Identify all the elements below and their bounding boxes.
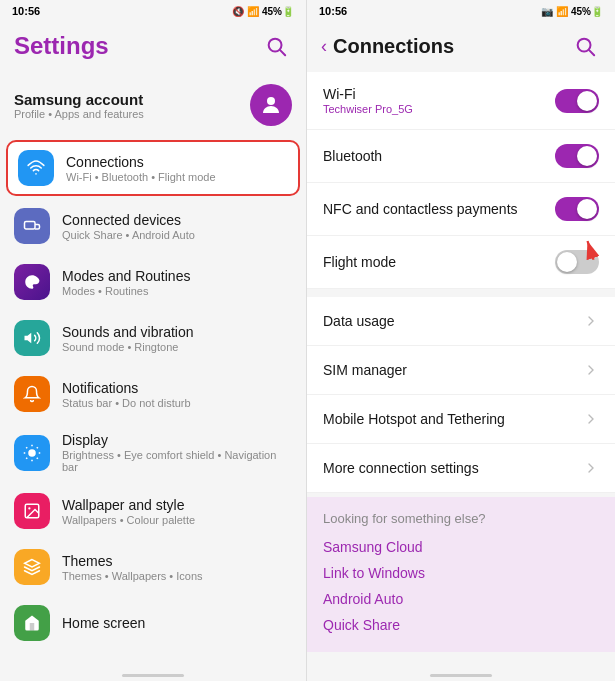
back-button[interactable]: ‹ xyxy=(321,36,327,57)
battery-left: 45%🔋 xyxy=(262,6,294,17)
wifi-toggle[interactable] xyxy=(555,89,599,113)
settings-item-modes[interactable]: Modes and Routines Modes • Routines xyxy=(0,254,306,310)
svg-line-11 xyxy=(26,457,27,458)
wifi-left: Wi-Fi Techwiser Pro_5G xyxy=(323,86,413,115)
wifi-subtitle: Techwiser Pro_5G xyxy=(323,103,413,115)
notifications-icon xyxy=(14,376,50,412)
signal-icon: 📶 xyxy=(247,6,259,17)
connections-title: Connections xyxy=(66,154,216,170)
nfc-toggle[interactable] xyxy=(555,197,599,221)
bluetooth-left: Bluetooth xyxy=(323,148,382,164)
sounds-icon xyxy=(14,320,50,356)
connected-devices-subtitle: Quick Share • Android Auto xyxy=(62,229,195,241)
right-search-button[interactable] xyxy=(569,30,601,62)
settings-item-home[interactable]: Home screen xyxy=(0,595,306,651)
right-signal-icon: 📶 xyxy=(556,6,568,17)
flight-mode-item[interactable]: Flight mode xyxy=(307,236,615,289)
nfc-title: NFC and contactless payments xyxy=(323,201,518,217)
more-connection-item[interactable]: More connection settings xyxy=(307,444,615,493)
nfc-item[interactable]: NFC and contactless payments xyxy=(307,183,615,236)
wallpaper-subtitle: Wallpapers • Colour palette xyxy=(62,514,195,526)
samsung-cloud-link[interactable]: Samsung Cloud xyxy=(323,534,599,560)
notifications-text: Notifications Status bar • Do not distur… xyxy=(62,380,191,409)
samsung-account-subtitle: Profile • Apps and features xyxy=(14,108,144,120)
display-title: Display xyxy=(62,432,292,448)
more-connection-title: More connection settings xyxy=(323,460,479,476)
svg-rect-3 xyxy=(25,222,36,230)
right-header-left: ‹ Connections xyxy=(321,35,454,58)
right-battery: 45%🔋 xyxy=(571,6,603,17)
quick-share-link[interactable]: Quick Share xyxy=(323,612,599,638)
svg-line-12 xyxy=(37,447,38,448)
bluetooth-title: Bluetooth xyxy=(323,148,382,164)
settings-item-notifications[interactable]: Notifications Status bar • Do not distur… xyxy=(0,366,306,422)
left-time: 10:56 xyxy=(12,5,40,17)
left-header: Settings xyxy=(0,22,306,72)
settings-item-display[interactable]: Display Brightness • Eye comfort shield … xyxy=(0,422,306,483)
flight-mode-container: Flight mode xyxy=(307,236,615,289)
camera-icon: 📷 xyxy=(541,6,553,17)
settings-item-sounds[interactable]: Sounds and vibration Sound mode • Ringto… xyxy=(0,310,306,366)
sounds-title: Sounds and vibration xyxy=(62,324,194,340)
connections-text: Connections Wi-Fi • Bluetooth • Flight m… xyxy=(66,154,216,183)
settings-list: Connections Wi-Fi • Bluetooth • Flight m… xyxy=(0,138,306,670)
svg-point-14 xyxy=(28,507,30,509)
settings-item-connections[interactable]: Connections Wi-Fi • Bluetooth • Flight m… xyxy=(6,140,300,196)
home-title: Home screen xyxy=(62,615,145,631)
data-usage-item[interactable]: Data usage xyxy=(307,297,615,346)
data-usage-title: Data usage xyxy=(323,313,395,329)
wallpaper-title: Wallpaper and style xyxy=(62,497,195,513)
samsung-account-item[interactable]: Samsung account Profile • Apps and featu… xyxy=(0,72,306,138)
wifi-title: Wi-Fi xyxy=(323,86,413,102)
svg-line-1 xyxy=(280,50,285,55)
home-text: Home screen xyxy=(62,615,145,631)
left-status-icons: 🔇 📶 45%🔋 xyxy=(232,6,294,17)
connections-page-title: Connections xyxy=(333,35,454,58)
left-search-button[interactable] xyxy=(260,30,292,62)
left-status-bar: 10:56 🔇 📶 45%🔋 xyxy=(0,0,306,22)
connections-subtitle: Wi-Fi • Bluetooth • Flight mode xyxy=(66,171,216,183)
wallpaper-icon xyxy=(14,493,50,529)
right-status-bar: 10:56 📷 📶 45%🔋 xyxy=(307,0,615,22)
samsung-account-left: Samsung account Profile • Apps and featu… xyxy=(14,91,144,120)
settings-item-themes[interactable]: Themes Themes • Wallpapers • Icons xyxy=(0,539,306,595)
sim-manager-title: SIM manager xyxy=(323,362,407,378)
display-icon xyxy=(14,435,50,471)
left-scrollbar[interactable] xyxy=(122,674,183,677)
sim-manager-item[interactable]: SIM manager xyxy=(307,346,615,395)
svg-line-16 xyxy=(589,50,594,55)
settings-item-connected-devices[interactable]: Connected devices Quick Share • Android … xyxy=(0,198,306,254)
mobile-hotspot-item[interactable]: Mobile Hotspot and Tethering xyxy=(307,395,615,444)
right-header: ‹ Connections xyxy=(307,22,615,72)
wallpaper-text: Wallpaper and style Wallpapers • Colour … xyxy=(62,497,195,526)
flight-mode-left: Flight mode xyxy=(323,254,396,270)
flight-mode-toggle[interactable] xyxy=(555,250,599,274)
themes-text: Themes Themes • Wallpapers • Icons xyxy=(62,553,203,582)
sounds-subtitle: Sound mode • Ringtone xyxy=(62,341,194,353)
mute-icon: 🔇 xyxy=(232,6,244,17)
conn-separator-1 xyxy=(307,289,615,297)
connected-devices-icon xyxy=(14,208,50,244)
bluetooth-toggle[interactable] xyxy=(555,144,599,168)
bluetooth-item[interactable]: Bluetooth xyxy=(307,130,615,183)
settings-item-wallpaper[interactable]: Wallpaper and style Wallpapers • Colour … xyxy=(0,483,306,539)
home-icon xyxy=(14,605,50,641)
display-text: Display Brightness • Eye comfort shield … xyxy=(62,432,292,473)
themes-subtitle: Themes • Wallpapers • Icons xyxy=(62,570,203,582)
link-to-windows-link[interactable]: Link to Windows xyxy=(323,560,599,586)
flight-mode-title: Flight mode xyxy=(323,254,396,270)
notifications-title: Notifications xyxy=(62,380,191,396)
connections-list: Wi-Fi Techwiser Pro_5G Bluetooth NFC and… xyxy=(307,72,615,670)
modes-icon xyxy=(14,264,50,300)
android-auto-link[interactable]: Android Auto xyxy=(323,586,599,612)
wifi-item[interactable]: Wi-Fi Techwiser Pro_5G xyxy=(307,72,615,130)
right-status-icons: 📷 📶 45%🔋 xyxy=(541,6,603,17)
connections-icon xyxy=(18,150,54,186)
mobile-hotspot-title: Mobile Hotspot and Tethering xyxy=(323,411,505,427)
wifi-toggle-thumb xyxy=(577,91,597,111)
bluetooth-toggle-thumb xyxy=(577,146,597,166)
right-scrollbar[interactable] xyxy=(430,674,492,677)
connected-devices-title: Connected devices xyxy=(62,212,195,228)
notifications-subtitle: Status bar • Do not disturb xyxy=(62,397,191,409)
modes-text: Modes and Routines Modes • Routines xyxy=(62,268,190,297)
